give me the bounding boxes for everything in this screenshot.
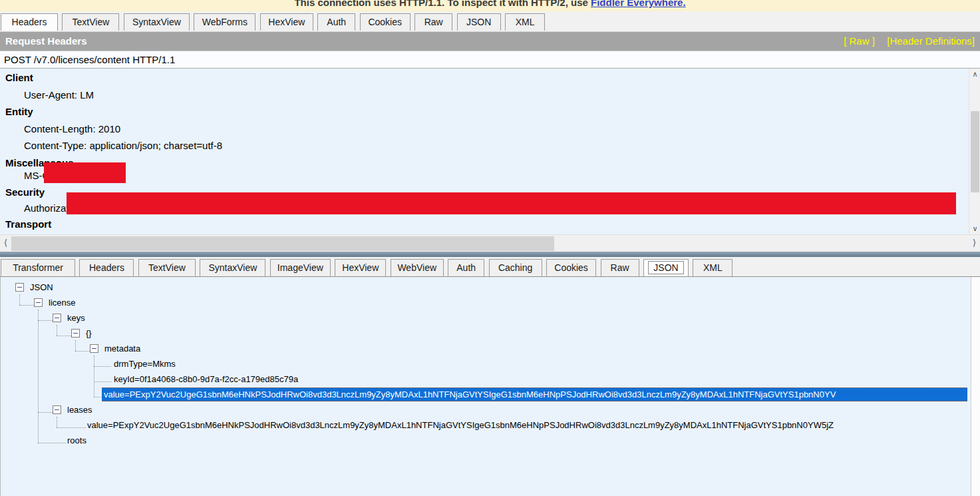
request-tab-syntaxview[interactable]: SyntaxView bbox=[124, 13, 190, 31]
request-inspector-tabstrip: Headers TextView SyntaxView WebForms Hex… bbox=[0, 11, 980, 32]
connection-info-text: This connection uses HTTP/1.1. To inspec… bbox=[294, 0, 591, 8]
fiddler-inspector-window: This connection uses HTTP/1.1. To inspec… bbox=[0, 0, 980, 496]
horizontal-scrollbar-thumb[interactable] bbox=[11, 236, 554, 251]
response-pane-vertical-scrollbar[interactable] bbox=[971, 277, 980, 496]
request-line: POST /v7.0/licenses/content HTTP/1.1 bbox=[0, 51, 980, 69]
tree-node-metadata[interactable]: metadata bbox=[1, 341, 970, 356]
vertical-scrollbar-thumb[interactable] bbox=[971, 111, 979, 192]
response-tab-headers[interactable]: Headers bbox=[79, 259, 134, 276]
connection-info-banner: This connection uses HTTP/1.1. To inspec… bbox=[0, 0, 980, 11]
response-tab-json[interactable]: JSON bbox=[643, 259, 689, 276]
tree-node-json[interactable]: JSON bbox=[1, 280, 970, 295]
request-headers-list: Client User-Agent: LM Entity Content-Len… bbox=[0, 69, 980, 234]
scroll-down-arrow-icon[interactable]: ∨ bbox=[969, 223, 980, 234]
response-tab-cookies[interactable]: Cookies bbox=[546, 259, 596, 276]
response-tab-textview[interactable]: TextView bbox=[138, 259, 196, 276]
json-tree: JSON license keys {} metadata drmType=Mk… bbox=[1, 280, 970, 496]
collapse-toggle-icon[interactable] bbox=[71, 329, 80, 338]
response-tab-caching[interactable]: Caching bbox=[489, 259, 542, 276]
collapse-toggle-icon[interactable] bbox=[34, 298, 43, 307]
header-definitions-link[interactable]: [Header Definitions] bbox=[887, 35, 975, 47]
pane-splitter[interactable] bbox=[0, 252, 980, 257]
request-tab-headers[interactable]: Headers bbox=[1, 13, 58, 31]
response-tab-webview[interactable]: WebView bbox=[391, 259, 444, 276]
redaction-ms-cv bbox=[44, 162, 126, 183]
request-pane-horizontal-scrollbar: ⟨ ⟩ bbox=[0, 234, 980, 252]
header-item-content-length: Content-Length: 2010 bbox=[24, 123, 120, 134]
tree-node-license[interactable]: license bbox=[1, 295, 970, 310]
scroll-up-arrow-icon[interactable]: ∧ bbox=[969, 69, 980, 80]
request-pane-vertical-scrollbar: ∧ ∨ bbox=[969, 69, 980, 234]
raw-view-link[interactable]: [ Raw ] bbox=[844, 35, 875, 47]
response-inspector-tabstrip: Transformer Headers TextView SyntaxView … bbox=[0, 257, 980, 276]
response-tab-transformer[interactable]: Transformer bbox=[1, 259, 75, 276]
collapse-toggle-icon[interactable] bbox=[90, 344, 98, 353]
collapse-toggle-icon[interactable] bbox=[53, 314, 61, 322]
tree-node-value-selected[interactable]: value=PExpY2Vuc2UgeG1sbnM6eHNkPSJodHRwOi… bbox=[1, 387, 970, 402]
header-section-entity: Entity bbox=[5, 106, 33, 117]
request-tab-textview[interactable]: TextView bbox=[62, 13, 119, 31]
tree-node-object[interactable]: {} bbox=[1, 326, 970, 341]
header-section-client: Client bbox=[5, 72, 33, 83]
tree-node-keys[interactable]: keys bbox=[1, 310, 970, 326]
header-item-user-agent: User-Agent: LM bbox=[24, 89, 94, 101]
request-tab-xml[interactable]: XML bbox=[505, 13, 545, 31]
tree-node-keyid[interactable]: keyId=0f1a4068-c8b0-9d7a-f2cc-a179ed85c7… bbox=[1, 372, 970, 387]
request-tab-auth[interactable]: Auth bbox=[317, 13, 355, 31]
request-headers-title-bar: Request Headers [ Raw ] [Header Definiti… bbox=[0, 32, 980, 51]
scroll-right-arrow-icon[interactable]: ⟩ bbox=[969, 235, 980, 252]
header-section-transport: Transport bbox=[5, 218, 51, 230]
response-tab-hexview[interactable]: HexView bbox=[335, 259, 386, 276]
request-tab-raw[interactable]: Raw bbox=[414, 13, 452, 31]
response-tab-imageview[interactable]: ImageView bbox=[270, 259, 331, 276]
redaction-authorization bbox=[67, 192, 956, 214]
selected-value-highlight: value=PExpY2Vuc2UgeG1sbnM6eHNkPSJodHRwOi… bbox=[102, 387, 967, 401]
request-headers-title: Request Headers bbox=[0, 35, 87, 47]
scroll-left-arrow-icon[interactable]: ⟨ bbox=[0, 235, 11, 252]
request-tab-hexview[interactable]: HexView bbox=[260, 13, 313, 31]
header-section-security: Security bbox=[5, 186, 45, 198]
header-item-content-type: Content-Type: application/json; charset=… bbox=[24, 140, 222, 151]
tree-node-leases-value[interactable]: value=PExpY2Vuc2UgeG1sbnM6eHNkPSJodHRwOi… bbox=[1, 417, 970, 433]
request-tab-webforms[interactable]: WebForms bbox=[194, 13, 255, 31]
collapse-toggle-icon[interactable] bbox=[53, 405, 61, 414]
response-tab-raw[interactable]: Raw bbox=[601, 259, 639, 276]
fiddler-everywhere-link[interactable]: Fiddler Everywhere. bbox=[591, 0, 686, 8]
request-tab-cookies[interactable]: Cookies bbox=[360, 13, 410, 31]
collapse-toggle-icon[interactable] bbox=[15, 283, 24, 292]
tree-node-drmtype[interactable]: drmType=Mkms bbox=[1, 356, 970, 372]
response-tab-auth[interactable]: Auth bbox=[448, 259, 484, 276]
tree-node-roots[interactable]: roots bbox=[1, 433, 970, 448]
request-tab-json[interactable]: JSON bbox=[457, 13, 501, 31]
response-json-pane: JSON license keys {} metadata drmType=Mk… bbox=[0, 276, 980, 496]
response-tab-syntaxview[interactable]: SyntaxView bbox=[200, 259, 265, 276]
tree-node-leases[interactable]: leases bbox=[1, 402, 970, 417]
response-tab-xml[interactable]: XML bbox=[693, 259, 733, 276]
